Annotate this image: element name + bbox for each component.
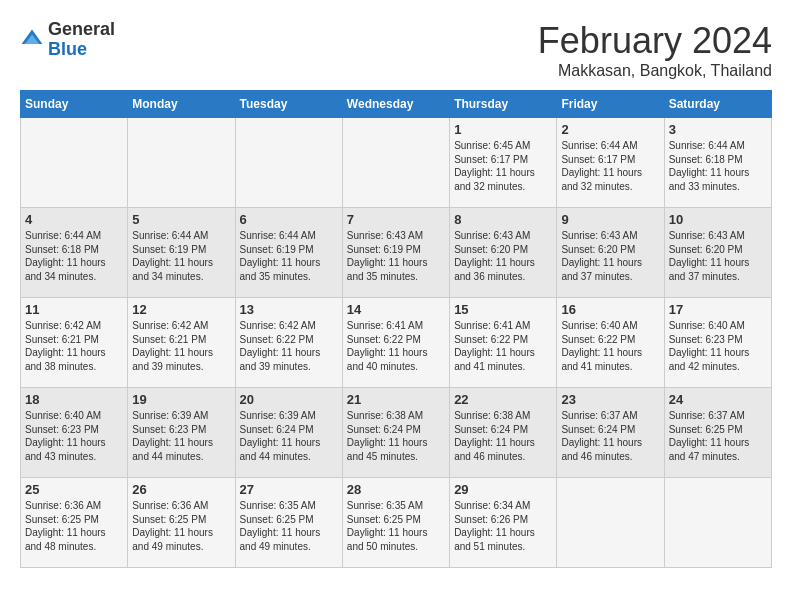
calendar-cell: 2Sunrise: 6:44 AM Sunset: 6:17 PM Daylig… — [557, 118, 664, 208]
day-number: 26 — [132, 482, 230, 497]
page-subtitle: Makkasan, Bangkok, Thailand — [538, 62, 772, 80]
day-number: 7 — [347, 212, 445, 227]
calendar-week-row: 1Sunrise: 6:45 AM Sunset: 6:17 PM Daylig… — [21, 118, 772, 208]
day-number: 16 — [561, 302, 659, 317]
logo-icon — [20, 28, 44, 52]
day-number: 11 — [25, 302, 123, 317]
day-number: 6 — [240, 212, 338, 227]
day-number: 28 — [347, 482, 445, 497]
day-number: 27 — [240, 482, 338, 497]
calendar-cell: 25Sunrise: 6:36 AM Sunset: 6:25 PM Dayli… — [21, 478, 128, 568]
calendar-cell: 29Sunrise: 6:34 AM Sunset: 6:26 PM Dayli… — [450, 478, 557, 568]
calendar-cell: 12Sunrise: 6:42 AM Sunset: 6:21 PM Dayli… — [128, 298, 235, 388]
day-number: 13 — [240, 302, 338, 317]
title-section: February 2024 Makkasan, Bangkok, Thailan… — [538, 20, 772, 80]
day-info: Sunrise: 6:41 AM Sunset: 6:22 PM Dayligh… — [347, 319, 445, 373]
day-number: 21 — [347, 392, 445, 407]
day-number: 5 — [132, 212, 230, 227]
calendar-cell: 22Sunrise: 6:38 AM Sunset: 6:24 PM Dayli… — [450, 388, 557, 478]
calendar-cell — [21, 118, 128, 208]
day-info: Sunrise: 6:38 AM Sunset: 6:24 PM Dayligh… — [347, 409, 445, 463]
page-header: General Blue February 2024 Makkasan, Ban… — [20, 20, 772, 80]
day-info: Sunrise: 6:43 AM Sunset: 6:20 PM Dayligh… — [454, 229, 552, 283]
calendar-cell: 19Sunrise: 6:39 AM Sunset: 6:23 PM Dayli… — [128, 388, 235, 478]
calendar-cell: 17Sunrise: 6:40 AM Sunset: 6:23 PM Dayli… — [664, 298, 771, 388]
day-info: Sunrise: 6:42 AM Sunset: 6:21 PM Dayligh… — [25, 319, 123, 373]
calendar-weekday-friday: Friday — [557, 91, 664, 118]
calendar-cell: 13Sunrise: 6:42 AM Sunset: 6:22 PM Dayli… — [235, 298, 342, 388]
calendar-cell — [128, 118, 235, 208]
calendar-cell: 28Sunrise: 6:35 AM Sunset: 6:25 PM Dayli… — [342, 478, 449, 568]
day-number: 29 — [454, 482, 552, 497]
calendar-cell: 26Sunrise: 6:36 AM Sunset: 6:25 PM Dayli… — [128, 478, 235, 568]
calendar-weekday-wednesday: Wednesday — [342, 91, 449, 118]
calendar-week-row: 25Sunrise: 6:36 AM Sunset: 6:25 PM Dayli… — [21, 478, 772, 568]
day-info: Sunrise: 6:41 AM Sunset: 6:22 PM Dayligh… — [454, 319, 552, 373]
calendar-cell: 20Sunrise: 6:39 AM Sunset: 6:24 PM Dayli… — [235, 388, 342, 478]
calendar-cell — [557, 478, 664, 568]
calendar-cell: 6Sunrise: 6:44 AM Sunset: 6:19 PM Daylig… — [235, 208, 342, 298]
day-info: Sunrise: 6:42 AM Sunset: 6:21 PM Dayligh… — [132, 319, 230, 373]
day-info: Sunrise: 6:39 AM Sunset: 6:23 PM Dayligh… — [132, 409, 230, 463]
day-info: Sunrise: 6:43 AM Sunset: 6:20 PM Dayligh… — [669, 229, 767, 283]
logo: General Blue — [20, 20, 115, 60]
calendar-body: 1Sunrise: 6:45 AM Sunset: 6:17 PM Daylig… — [21, 118, 772, 568]
day-number: 10 — [669, 212, 767, 227]
day-number: 9 — [561, 212, 659, 227]
calendar-header: SundayMondayTuesdayWednesdayThursdayFrid… — [21, 91, 772, 118]
calendar-weekday-monday: Monday — [128, 91, 235, 118]
day-info: Sunrise: 6:40 AM Sunset: 6:22 PM Dayligh… — [561, 319, 659, 373]
calendar-cell: 27Sunrise: 6:35 AM Sunset: 6:25 PM Dayli… — [235, 478, 342, 568]
calendar-cell: 16Sunrise: 6:40 AM Sunset: 6:22 PM Dayli… — [557, 298, 664, 388]
calendar-cell: 8Sunrise: 6:43 AM Sunset: 6:20 PM Daylig… — [450, 208, 557, 298]
calendar-cell: 23Sunrise: 6:37 AM Sunset: 6:24 PM Dayli… — [557, 388, 664, 478]
day-number: 15 — [454, 302, 552, 317]
calendar-weekday-thursday: Thursday — [450, 91, 557, 118]
day-info: Sunrise: 6:42 AM Sunset: 6:22 PM Dayligh… — [240, 319, 338, 373]
calendar-cell: 4Sunrise: 6:44 AM Sunset: 6:18 PM Daylig… — [21, 208, 128, 298]
day-info: Sunrise: 6:44 AM Sunset: 6:17 PM Dayligh… — [561, 139, 659, 193]
day-number: 23 — [561, 392, 659, 407]
calendar-weekday-saturday: Saturday — [664, 91, 771, 118]
day-info: Sunrise: 6:44 AM Sunset: 6:18 PM Dayligh… — [669, 139, 767, 193]
calendar-week-row: 4Sunrise: 6:44 AM Sunset: 6:18 PM Daylig… — [21, 208, 772, 298]
calendar-table: SundayMondayTuesdayWednesdayThursdayFrid… — [20, 90, 772, 568]
calendar-cell: 10Sunrise: 6:43 AM Sunset: 6:20 PM Dayli… — [664, 208, 771, 298]
day-number: 18 — [25, 392, 123, 407]
day-info: Sunrise: 6:43 AM Sunset: 6:20 PM Dayligh… — [561, 229, 659, 283]
day-info: Sunrise: 6:35 AM Sunset: 6:25 PM Dayligh… — [240, 499, 338, 553]
calendar-cell: 15Sunrise: 6:41 AM Sunset: 6:22 PM Dayli… — [450, 298, 557, 388]
calendar-week-row: 11Sunrise: 6:42 AM Sunset: 6:21 PM Dayli… — [21, 298, 772, 388]
calendar-weekday-tuesday: Tuesday — [235, 91, 342, 118]
day-info: Sunrise: 6:36 AM Sunset: 6:25 PM Dayligh… — [132, 499, 230, 553]
calendar-cell — [342, 118, 449, 208]
day-info: Sunrise: 6:35 AM Sunset: 6:25 PM Dayligh… — [347, 499, 445, 553]
calendar-cell — [235, 118, 342, 208]
day-number: 3 — [669, 122, 767, 137]
day-number: 12 — [132, 302, 230, 317]
day-number: 25 — [25, 482, 123, 497]
day-number: 19 — [132, 392, 230, 407]
day-number: 17 — [669, 302, 767, 317]
day-info: Sunrise: 6:38 AM Sunset: 6:24 PM Dayligh… — [454, 409, 552, 463]
day-number: 4 — [25, 212, 123, 227]
day-number: 14 — [347, 302, 445, 317]
calendar-cell: 18Sunrise: 6:40 AM Sunset: 6:23 PM Dayli… — [21, 388, 128, 478]
day-info: Sunrise: 6:37 AM Sunset: 6:25 PM Dayligh… — [669, 409, 767, 463]
calendar-cell: 5Sunrise: 6:44 AM Sunset: 6:19 PM Daylig… — [128, 208, 235, 298]
calendar-cell: 1Sunrise: 6:45 AM Sunset: 6:17 PM Daylig… — [450, 118, 557, 208]
day-number: 1 — [454, 122, 552, 137]
day-info: Sunrise: 6:44 AM Sunset: 6:19 PM Dayligh… — [132, 229, 230, 283]
calendar-cell: 11Sunrise: 6:42 AM Sunset: 6:21 PM Dayli… — [21, 298, 128, 388]
calendar-cell: 3Sunrise: 6:44 AM Sunset: 6:18 PM Daylig… — [664, 118, 771, 208]
logo-general-text: General — [48, 19, 115, 39]
calendar-cell: 24Sunrise: 6:37 AM Sunset: 6:25 PM Dayli… — [664, 388, 771, 478]
day-number: 22 — [454, 392, 552, 407]
calendar-cell: 9Sunrise: 6:43 AM Sunset: 6:20 PM Daylig… — [557, 208, 664, 298]
day-info: Sunrise: 6:37 AM Sunset: 6:24 PM Dayligh… — [561, 409, 659, 463]
calendar-cell: 14Sunrise: 6:41 AM Sunset: 6:22 PM Dayli… — [342, 298, 449, 388]
day-info: Sunrise: 6:39 AM Sunset: 6:24 PM Dayligh… — [240, 409, 338, 463]
day-info: Sunrise: 6:43 AM Sunset: 6:19 PM Dayligh… — [347, 229, 445, 283]
day-info: Sunrise: 6:36 AM Sunset: 6:25 PM Dayligh… — [25, 499, 123, 553]
day-info: Sunrise: 6:40 AM Sunset: 6:23 PM Dayligh… — [25, 409, 123, 463]
